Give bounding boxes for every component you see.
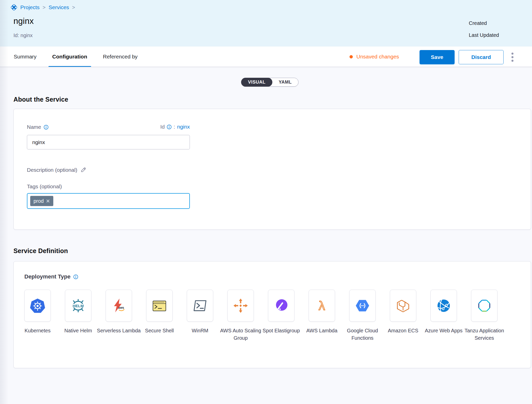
winrm-icon bbox=[192, 298, 208, 313]
unsaved-changes-text: Unsaved changes bbox=[356, 54, 399, 60]
spot-elastigroup-icon bbox=[274, 298, 289, 313]
google-cloud-functions-icon bbox=[355, 298, 370, 313]
toggle-yaml[interactable]: YAML bbox=[272, 78, 298, 86]
unsaved-dot-icon bbox=[350, 55, 353, 58]
deployment-type-label-native-helm: Native Helm bbox=[56, 327, 101, 334]
deployment-type-azure-web-apps[interactable] bbox=[430, 290, 457, 322]
deployment-type-label-azure-web-apps: Azure Web Apps bbox=[421, 327, 466, 334]
id-label: Id bbox=[160, 124, 165, 130]
deployment-type-label-secure-shell: Secure Shell bbox=[137, 327, 182, 334]
deployment-type-label-aws-lambda: AWS Lambda bbox=[300, 327, 344, 334]
service-configuration-page: Projects > Services > nginx Id: nginx Cr… bbox=[0, 0, 532, 404]
tag-chip: prod ✕ bbox=[30, 196, 53, 206]
azure-web-apps-icon bbox=[436, 298, 451, 313]
edit-description-pencil-icon[interactable] bbox=[80, 167, 86, 173]
created-label: Created bbox=[469, 20, 487, 26]
deployment-type-serverless-lambda[interactable]: aws bbox=[106, 290, 132, 322]
deployment-type-label: Deployment Type bbox=[24, 273, 71, 280]
aws-auto-scaling-icon bbox=[233, 298, 248, 313]
tab-configuration[interactable]: Configuration bbox=[48, 46, 91, 67]
page-header bbox=[0, 0, 532, 46]
svg-text:HELM: HELM bbox=[73, 304, 84, 308]
tags-label: Tags (optional) bbox=[27, 183, 62, 190]
tab-summary[interactable]: Summary bbox=[10, 46, 40, 67]
discard-button[interactable]: Discard bbox=[459, 50, 504, 64]
deployment-type-label-amazon-ecs: Amazon ECS bbox=[381, 327, 425, 334]
deployment-type-aws-lambda[interactable]: λ bbox=[309, 290, 335, 322]
tags-input[interactable]: prod ✕ bbox=[27, 193, 190, 209]
breadcrumb: Projects > Services > bbox=[10, 3, 76, 11]
deployment-type-spot-elastigroup[interactable] bbox=[268, 290, 294, 322]
breadcrumb-services-link[interactable]: Services bbox=[49, 4, 69, 10]
name-input[interactable] bbox=[27, 135, 190, 149]
id-row: Id : nginx bbox=[27, 124, 190, 130]
helm-icon: HELM bbox=[71, 298, 86, 313]
visual-yaml-toggle: VISUAL YAML bbox=[241, 78, 298, 87]
deployment-type-label-spot: AWS Auto Scaling Group bbox=[218, 327, 263, 342]
deployment-type-label-google-cloud-functions: Google Cloud Functions bbox=[340, 327, 385, 342]
amazon-ecs-icon bbox=[395, 298, 411, 313]
deployment-type-label-tanzu: Tanzu Application Services bbox=[462, 327, 507, 342]
unsaved-changes-indicator: Unsaved changes bbox=[350, 46, 399, 67]
svg-text:λ: λ bbox=[319, 298, 325, 313]
aws-lambda-icon: λ bbox=[314, 298, 329, 313]
deployment-type-secure-shell[interactable] bbox=[146, 290, 173, 322]
deployment-type-label-serverless-lambda: Serverless Lambda bbox=[96, 327, 141, 334]
description-label: Description (optional) bbox=[27, 167, 77, 173]
deployment-type-amazon-ecs[interactable] bbox=[390, 290, 416, 322]
deployment-type-label-spot-elastigroup: Spot Elastigroup bbox=[259, 327, 304, 334]
page-title: nginx bbox=[13, 16, 34, 26]
save-button[interactable]: Save bbox=[420, 50, 455, 64]
service-definition-heading: Service Definition bbox=[13, 247, 68, 255]
service-id-text: Id: nginx bbox=[13, 33, 33, 38]
four-diamonds-logo-icon[interactable] bbox=[10, 4, 18, 11]
kubernetes-icon bbox=[30, 298, 45, 313]
deployment-type-label-winrm: WinRM bbox=[178, 327, 222, 334]
breadcrumb-projects-link[interactable]: Projects bbox=[20, 4, 40, 10]
id-value-link[interactable]: nginx bbox=[177, 124, 190, 130]
last-updated-label: Last Updated bbox=[469, 32, 499, 38]
serverless-lambda-icon: aws bbox=[111, 298, 126, 313]
svg-text:aws: aws bbox=[118, 306, 124, 309]
deployment-type-label-kubernetes: Kubernetes bbox=[15, 327, 60, 334]
deployment-type-native-helm[interactable]: HELM bbox=[65, 290, 91, 322]
secure-shell-icon bbox=[152, 298, 167, 313]
id-info-icon[interactable] bbox=[167, 125, 172, 129]
deployment-type-aws-auto-scaling-group[interactable] bbox=[227, 290, 254, 322]
about-service-heading: About the Service bbox=[13, 96, 68, 103]
tanzu-icon bbox=[477, 298, 492, 313]
remove-tag-icon[interactable]: ✕ bbox=[46, 199, 50, 204]
deployment-type-info-icon[interactable] bbox=[73, 274, 78, 279]
tag-chip-label: prod bbox=[34, 198, 44, 204]
tab-referenced-by[interactable]: Referenced by bbox=[99, 46, 142, 67]
deployment-type-tanzu[interactable] bbox=[471, 290, 497, 322]
toggle-visual[interactable]: VISUAL bbox=[241, 78, 272, 87]
breadcrumb-separator-icon: > bbox=[72, 5, 76, 10]
deployment-type-winrm[interactable] bbox=[187, 290, 213, 322]
deployment-type-google-cloud-functions[interactable] bbox=[349, 290, 376, 322]
breadcrumb-separator-icon: > bbox=[42, 5, 46, 10]
deployment-type-kubernetes[interactable] bbox=[24, 290, 51, 322]
id-colon: : bbox=[174, 124, 175, 130]
description-row: Description (optional) bbox=[27, 167, 86, 173]
deployment-type-row: Deployment Type bbox=[24, 273, 78, 280]
more-options-kebab-icon[interactable] bbox=[509, 50, 516, 64]
